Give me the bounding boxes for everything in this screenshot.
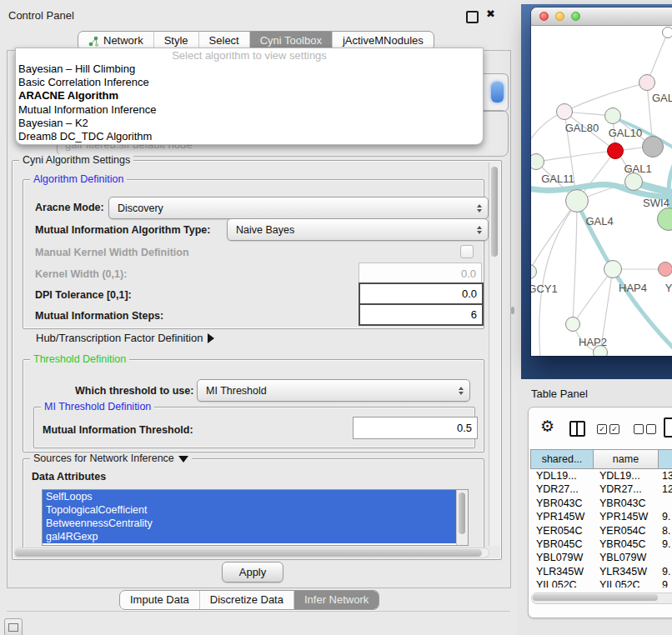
algorithm-option[interactable]: Dream8 DC_TDC Algorithm bbox=[16, 130, 483, 143]
table-row[interactable]: YIL052CYIL052C9 bbox=[530, 578, 672, 588]
tab-impute-data[interactable]: Impute Data bbox=[120, 591, 199, 609]
network-node[interactable] bbox=[565, 317, 580, 332]
settings-horizontal-scrollbar[interactable] bbox=[14, 548, 489, 558]
network-node-label: GAL bbox=[652, 92, 672, 104]
network-node[interactable] bbox=[624, 172, 643, 191]
table-row[interactable]: YER054CYER054C8. bbox=[530, 524, 672, 538]
tab-discretize-data[interactable]: Discretize Data bbox=[199, 591, 293, 609]
mi-threshold-definition-title: MI Threshold Definition bbox=[41, 401, 154, 412]
network-canvas[interactable]: GALGAL80GAL10GAL1GAL11SWI4GAL4GCY1HAP4YH… bbox=[531, 26, 672, 356]
threshold-definition-title: Threshold Definition bbox=[30, 353, 129, 365]
mi-threshold-field[interactable]: 0.5 bbox=[353, 417, 478, 439]
algorithm-option[interactable]: ARACNE Algorithm bbox=[16, 89, 483, 102]
kernel-width-field[interactable]: 0.0 bbox=[359, 262, 482, 284]
table-cell: YDL19... bbox=[530, 469, 594, 482]
algorithm-option[interactable]: Basic Correlation Inference bbox=[16, 76, 483, 89]
table-column-header[interactable]: shared... bbox=[530, 449, 594, 469]
table-row[interactable]: YPR145WYPR145W9. bbox=[530, 510, 672, 523]
algorithm-option[interactable]: Bayesian – Hill Climbing bbox=[16, 62, 483, 76]
close-window-icon[interactable] bbox=[539, 12, 549, 21]
tab-label: Discretize Data bbox=[210, 591, 283, 609]
aracne-mode-combobox[interactable]: Discovery bbox=[108, 197, 489, 219]
panel-resize-handle[interactable] bbox=[511, 307, 514, 314]
table-row[interactable]: YBL079WYBL079W bbox=[530, 551, 672, 564]
column-layout-icon[interactable] bbox=[569, 421, 585, 437]
table-column-header[interactable]: name bbox=[594, 449, 659, 469]
close-panel-icon[interactable]: ✖ bbox=[486, 8, 495, 20]
table-row[interactable]: YLR345WYLR345W9. bbox=[530, 565, 672, 578]
table-row[interactable]: YBR043CYBR043C bbox=[530, 497, 672, 510]
scrollbar-thumb[interactable] bbox=[491, 167, 498, 257]
table-cell: 9 bbox=[659, 578, 672, 588]
network-node[interactable] bbox=[662, 27, 672, 38]
table-row[interactable]: YBR045CYBR045C9. bbox=[530, 538, 672, 551]
algorithm-option[interactable]: Mutual Information Inference bbox=[16, 103, 483, 117]
network-node-label: GAL10 bbox=[609, 127, 642, 139]
table-cell: YBR043C bbox=[594, 497, 659, 510]
document-icon[interactable] bbox=[664, 418, 672, 438]
network-node[interactable] bbox=[565, 189, 589, 212]
table-cell: 13 bbox=[659, 469, 672, 482]
table-horizontal-scrollbar[interactable] bbox=[531, 592, 672, 604]
manual-kernel-width-checkbox[interactable] bbox=[460, 245, 474, 258]
table-panel-title: Table Panel bbox=[531, 388, 588, 400]
attribute-list-item[interactable]: SelfLoops bbox=[43, 490, 457, 503]
hub-definition-toggle[interactable]: Hub/Transcription Factor Definition bbox=[36, 332, 214, 344]
table-column-header[interactable] bbox=[659, 449, 672, 469]
sources-group-title[interactable]: Sources for Network Inference bbox=[30, 452, 192, 464]
zoom-window-icon[interactable] bbox=[571, 12, 580, 21]
table-row[interactable]: YDR27...YDR27...12 bbox=[530, 482, 672, 496]
tab-label: Infer Network bbox=[304, 591, 369, 609]
network-node[interactable] bbox=[607, 142, 624, 159]
network-node[interactable] bbox=[642, 136, 664, 158]
network-node[interactable] bbox=[658, 262, 672, 277]
bottom-tabs: Impute Data Discretize Data Infer Networ… bbox=[119, 590, 379, 610]
cyni-algorithm-settings-group: Cyni Algorithm Settings Algorithm Defini… bbox=[12, 160, 502, 560]
manual-kernel-width-label: Manual Kernel Width Definition bbox=[35, 247, 189, 258]
network-node[interactable] bbox=[604, 260, 622, 278]
data-attributes-list[interactable]: SelfLoopsTopologicalCoefficientBetweenne… bbox=[42, 489, 469, 546]
checked-checkbox-icon[interactable]: ✓ bbox=[609, 424, 619, 434]
attribute-list-item[interactable]: gal4RGexp bbox=[43, 530, 457, 543]
mi-steps-field[interactable]: 6 bbox=[359, 303, 484, 326]
restore-panel-button[interactable] bbox=[4, 618, 23, 635]
float-panel-button[interactable] bbox=[466, 11, 479, 23]
network-view-window[interactable]: GALGAL80GAL10GAL1GAL11SWI4GAL4GCY1HAP4YH… bbox=[531, 8, 672, 356]
application-window: Control Panel ✖ Network Style Select Cyn… bbox=[0, 0, 672, 635]
network-window-titlebar[interactable] bbox=[531, 8, 672, 26]
mi-algorithm-type-combobox[interactable]: Naive Bayes bbox=[227, 218, 489, 241]
network-icon bbox=[88, 36, 99, 47]
network-node-label: HAP4 bbox=[619, 282, 647, 294]
scrollbar-thumb[interactable] bbox=[459, 492, 465, 534]
minimize-window-icon[interactable] bbox=[555, 12, 564, 21]
tab-infer-network[interactable]: Infer Network bbox=[293, 591, 379, 609]
attribute-list-item[interactable]: TopologicalCoefficient bbox=[43, 503, 457, 517]
unchecked-checkbox-icon[interactable] bbox=[634, 424, 644, 434]
kernel-width-value: 0.0 bbox=[461, 268, 476, 280]
algorithm-dropdown-list: Select algorithm to view settings Bayesi… bbox=[15, 48, 484, 145]
settings-group-title: Cyni Algorithm Settings bbox=[19, 154, 133, 166]
kernel-width-label: Kernel Width (0,1): bbox=[35, 268, 127, 280]
checked-checkbox-icon[interactable]: ✓ bbox=[597, 424, 607, 434]
algorithm-definition-group: Algorithm Definition Aracne Mode: Discov… bbox=[23, 179, 484, 329]
algorithm-definition-title: Algorithm Definition bbox=[30, 173, 127, 185]
apply-button[interactable]: Apply bbox=[222, 562, 283, 582]
network-node[interactable] bbox=[556, 103, 573, 120]
dpi-tolerance-field[interactable]: 0.0 bbox=[359, 282, 484, 305]
which-threshold-combobox[interactable]: MI Threshold bbox=[197, 379, 470, 402]
algorithm-option[interactable]: Bayesian – K2 bbox=[16, 117, 483, 130]
network-node[interactable] bbox=[604, 108, 621, 124]
attribute-list-item[interactable]: BetweennessCentrality bbox=[43, 517, 457, 530]
control-panel-title: Control Panel bbox=[8, 9, 74, 22]
attributes-vertical-scrollbar[interactable] bbox=[456, 490, 468, 545]
table-cell: YPR145W bbox=[594, 510, 659, 523]
gear-icon[interactable]: ⚙ bbox=[540, 418, 554, 434]
scrollbar-thumb[interactable] bbox=[533, 594, 658, 601]
network-node[interactable] bbox=[639, 74, 655, 91]
network-node[interactable] bbox=[593, 345, 608, 356]
table-row[interactable]: YDL19...YDL19...13 bbox=[530, 469, 672, 482]
settings-vertical-scrollbar[interactable] bbox=[489, 162, 500, 546]
threshold-definition-group: Threshold Definition Which threshold to … bbox=[23, 359, 484, 452]
unchecked-checkbox-icon[interactable] bbox=[646, 424, 656, 434]
scrollbar-thumb[interactable] bbox=[15, 549, 482, 557]
